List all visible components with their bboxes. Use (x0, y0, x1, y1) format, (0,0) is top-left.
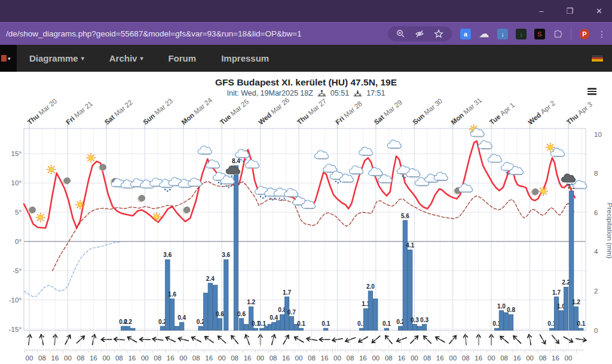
s-extension-icon[interactable]: S (534, 29, 545, 39)
precip-bar (213, 285, 217, 330)
svg-text:2.4: 2.4 (206, 276, 215, 282)
svg-text:Fri Mar 21: Fri Mar 21 (65, 100, 94, 126)
profile-avatar[interactable]: P (579, 29, 590, 39)
bookmark-star-icon[interactable] (434, 29, 443, 38)
navbar: ▾ Diagramme▾ Archiv▾ Forum Impressum (0, 45, 612, 72)
svg-text:00: 00 (179, 354, 187, 362)
svg-text:4: 4 (594, 248, 598, 255)
svg-text:Fri Mar 28: Fri Mar 28 (334, 100, 363, 126)
svg-text:15°: 15° (11, 150, 22, 157)
nav-label: Impressum (221, 53, 269, 63)
svg-text:0.1: 0.1 (322, 320, 330, 327)
cloud-icon (387, 140, 401, 148)
extensions-puzzle-icon[interactable] (553, 29, 563, 39)
svg-text:08: 08 (270, 354, 277, 362)
svg-text:10°: 10° (11, 179, 22, 186)
precip-bar (499, 311, 503, 331)
translate-extension-icon[interactable]: a (460, 29, 471, 39)
sun-icon (47, 165, 56, 175)
svg-text:Wed Apr 2: Wed Apr 2 (527, 99, 556, 126)
svg-text:08: 08 (115, 354, 123, 362)
precip-bar (218, 319, 222, 331)
svg-text:16: 16 (321, 354, 329, 362)
svg-text:08: 08 (77, 354, 85, 362)
precip-bar (280, 314, 284, 330)
svg-text:0.1: 0.1 (382, 320, 391, 327)
site-logo[interactable]: ▾ (0, 45, 17, 72)
svg-text:Sun Mar 23: Sun Mar 23 (142, 97, 174, 126)
svg-text:Thu Mar 27: Thu Mar 27 (296, 97, 328, 126)
svg-text:3.6: 3.6 (163, 252, 172, 258)
sun-icon (86, 153, 96, 163)
download-extension-icon[interactable]: ↓ (497, 29, 508, 39)
precip-axis-labels: 0246810Precipitation (mm) (594, 131, 612, 334)
cloud-icon (359, 147, 373, 155)
precip-bar (403, 221, 407, 331)
minimize-button[interactable]: – (539, 7, 543, 15)
nav-label: Diagramme (29, 53, 78, 63)
hour-labels: 0008160008160008160008160008160008160008… (26, 354, 573, 362)
cloud-icon (434, 172, 448, 181)
german-flag-icon[interactable] (591, 54, 604, 62)
moon-icon (531, 189, 538, 196)
precip-bar (239, 319, 243, 331)
svg-text:16: 16 (475, 354, 482, 362)
nav-item-archiv[interactable]: Archiv▾ (97, 53, 156, 63)
svg-text:16: 16 (244, 354, 252, 362)
precip-bar (175, 326, 179, 331)
nav-item-diagramme[interactable]: Diagramme▾ (17, 53, 97, 63)
svg-text:00: 00 (295, 354, 303, 362)
url-text[interactable]: /de/show_diagrams.php?geoid=55687&model=… (6, 29, 302, 38)
close-button[interactable]: ✕ (596, 7, 602, 15)
svg-text:Tue Apr 1: Tue Apr 1 (488, 101, 516, 126)
svg-text:1.7: 1.7 (283, 289, 291, 296)
hide-password-icon[interactable] (415, 29, 424, 38)
svg-text:0: 0 (594, 327, 598, 334)
svg-text:1.7: 1.7 (552, 289, 561, 296)
svg-text:00: 00 (411, 354, 418, 362)
svg-text:00: 00 (372, 354, 380, 362)
nav-label: Archiv (109, 53, 137, 63)
precip-bar (559, 311, 563, 331)
cloud-icon (198, 146, 212, 154)
restore-button[interactable]: ❐ (566, 7, 573, 15)
svg-text:1.6: 1.6 (168, 291, 176, 298)
nav-label: Forum (168, 53, 196, 63)
svg-text:5°: 5° (15, 209, 22, 216)
precip-bar (160, 326, 164, 331)
svg-text:16: 16 (513, 354, 521, 362)
precip-bar (244, 325, 248, 331)
svg-text:8: 8 (594, 170, 598, 177)
svg-text:08: 08 (500, 354, 508, 362)
svg-text:2.0: 2.0 (366, 283, 375, 290)
precip-bar (126, 326, 130, 331)
chevron-down-icon: ▾ (81, 55, 84, 62)
svg-text:00: 00 (565, 354, 573, 362)
wind-arrows (26, 334, 586, 345)
svg-text:16: 16 (51, 354, 59, 362)
precip-bar (554, 297, 558, 331)
svg-text:3.6: 3.6 (222, 252, 230, 258)
cloud-icon (284, 188, 298, 197)
precip-bar (550, 328, 554, 330)
precip-bar (253, 328, 258, 330)
svg-text:5.6: 5.6 (401, 213, 409, 219)
svg-text:08: 08 (192, 354, 200, 362)
chevron-down-icon: ▾ (8, 56, 11, 62)
nav-item-forum[interactable]: Forum (155, 53, 209, 63)
svg-text:Precipitation (mm): Precipitation (mm) (606, 203, 612, 258)
precip-bar (579, 328, 583, 330)
svg-text:00: 00 (333, 354, 341, 362)
gray-extension-icon[interactable]: ☁ (479, 29, 489, 39)
browser-menu-icon[interactable]: ⋮ (598, 29, 606, 39)
zoom-icon[interactable] (396, 29, 405, 38)
precip-bar (224, 259, 228, 330)
green-download-extension-icon[interactable]: ↓ (516, 29, 527, 39)
precip-bar (203, 293, 207, 330)
svg-text:Wed Mar 26: Wed Mar 26 (257, 96, 290, 126)
nav-item-impressum[interactable]: Impressum (209, 53, 281, 63)
svg-text:-15°: -15° (9, 326, 22, 333)
precip-bar (494, 328, 498, 330)
svg-text:Thu Apr 3: Thu Apr 3 (565, 100, 593, 126)
svg-text:00: 00 (218, 354, 226, 362)
